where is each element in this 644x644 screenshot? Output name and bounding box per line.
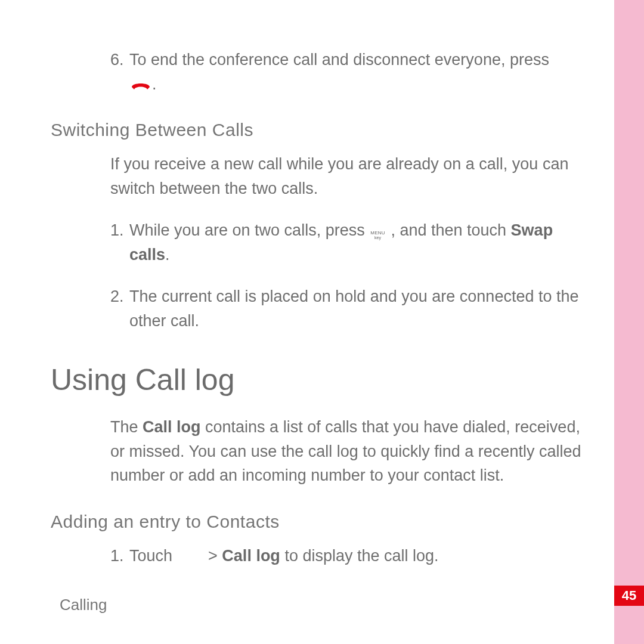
call-log-intro-pre: The	[110, 418, 143, 436]
step-6: 6. To end the conference call and discon…	[110, 48, 593, 96]
switching-step-2-body: The current call is placed on hold and y…	[129, 284, 593, 333]
call-log-intro: The Call log contains a list of calls th…	[110, 415, 593, 488]
adding-step-1-body: Touch > Call log to display the call log…	[129, 544, 593, 568]
call-log-intro-bold: Call log	[143, 418, 201, 436]
heading-switching-between-calls: Switching Between Calls	[51, 120, 599, 140]
footer-section-label: Calling	[60, 596, 107, 614]
switching-step-1-after-icon: , and then touch	[391, 221, 510, 239]
switching-step-1: 1. While you are on two calls, press MEN…	[110, 218, 593, 267]
heading-adding-entry-to-contacts: Adding an entry to Contacts	[51, 512, 599, 532]
adding-step-1: 1. Touch > Call log to display the call …	[110, 544, 593, 568]
switching-step-1-number: 1.	[110, 218, 129, 267]
menu-key-icon: MENU key	[369, 231, 386, 240]
switching-step-1-pre: While you are on two calls, press	[129, 221, 369, 239]
step-6-body: To end the conference call and disconnec…	[129, 48, 593, 96]
end-call-icon	[129, 79, 152, 92]
adding-step-1-pre: Touch	[129, 547, 177, 565]
step-6-period: .	[152, 75, 157, 93]
adding-step-1-post: to display the call log.	[280, 547, 439, 565]
side-strip	[614, 0, 644, 644]
menu-key-line1: MENU	[370, 231, 385, 236]
switching-step-1-post: .	[165, 246, 170, 264]
switching-step-1-body: While you are on two calls, press MENU k…	[129, 218, 593, 267]
menu-key-line2: key	[374, 236, 381, 240]
switching-step-2: 2. The current call is placed on hold an…	[110, 284, 593, 333]
step-6-number: 6.	[110, 48, 129, 96]
switching-step-2-number: 2.	[110, 284, 129, 333]
heading-using-call-log: Using Call log	[51, 363, 599, 397]
adding-step-1-bold: Call log	[222, 547, 280, 565]
adding-step-1-number: 1.	[110, 544, 129, 568]
adding-step-1-gt: >	[204, 547, 222, 565]
page-content: 6. To end the conference call and discon…	[51, 48, 599, 586]
adding-step-1-gap	[177, 547, 204, 565]
page-number-badge: 45	[614, 586, 644, 606]
step-6-text: To end the conference call and disconnec…	[129, 51, 549, 69]
document-page: 45 Calling 6. To end the conference call…	[0, 0, 644, 644]
switching-intro: If you receive a new call while you are …	[110, 152, 593, 200]
